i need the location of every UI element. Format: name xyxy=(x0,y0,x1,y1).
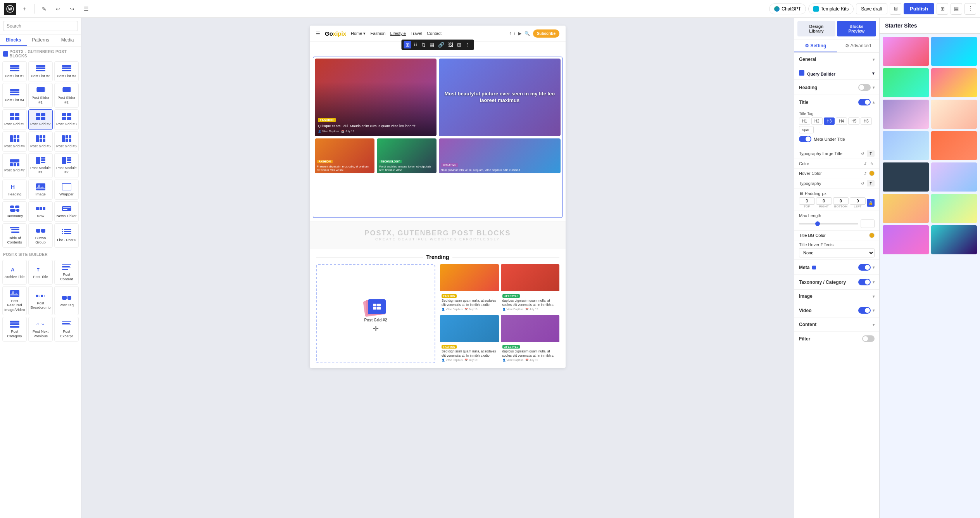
block-item-post-slider-1[interactable]: Post Slider #1 xyxy=(28,83,53,108)
block-item-post-excerpt[interactable]: Post Excerpt xyxy=(54,317,79,342)
section-filter-header[interactable]: Filter xyxy=(794,332,879,346)
block-item-post-category[interactable]: Post Category xyxy=(2,317,27,342)
padding-lock-button[interactable]: 🔒 xyxy=(867,199,875,207)
search-icon[interactable]: 🔍 xyxy=(525,31,530,36)
color-edit[interactable]: ✎ xyxy=(869,161,875,166)
block-item-archive-title[interactable]: A Archive Title xyxy=(2,260,27,285)
add-block-button[interactable]: ＋ xyxy=(19,3,30,15)
typography-large-title-reset[interactable]: ↺ xyxy=(860,151,865,156)
block-item-post-grid-7[interactable]: Post Grid #7 xyxy=(2,153,27,178)
typography-large-title-btn[interactable]: T xyxy=(867,150,875,157)
nav-lifestyle[interactable]: Lifestyle xyxy=(390,31,406,36)
sidebar-toggle-button[interactable]: ▤ xyxy=(951,3,962,15)
block-item-news-ticker[interactable]: News Ticker xyxy=(54,201,79,221)
block-item-post-grid-1[interactable]: Post Grid #1 xyxy=(2,109,27,130)
padding-right-input[interactable] xyxy=(816,197,832,205)
block-item-post-slider-2[interactable]: Post Slider #2 xyxy=(54,83,79,108)
section-video-header[interactable]: Video ▾ xyxy=(794,303,879,318)
block-item-post-grid-2[interactable]: Post Grid #2 xyxy=(28,109,53,130)
starter-thumb-5[interactable] xyxy=(883,100,929,129)
undo-button[interactable]: ↩ xyxy=(52,3,64,15)
heading-toggle[interactable] xyxy=(858,84,871,91)
starter-thumb-6[interactable] xyxy=(931,100,977,129)
block-item-row[interactable]: Row xyxy=(28,201,53,221)
tag-h4[interactable]: H4 xyxy=(836,117,847,125)
publish-button[interactable]: Publish xyxy=(904,3,934,14)
nav-menu-icon[interactable]: ☰ xyxy=(316,31,320,36)
filter-toggle[interactable] xyxy=(862,335,875,342)
twitter-icon[interactable]: t xyxy=(514,31,515,36)
hover-color-reset[interactable]: ↺ xyxy=(862,171,868,176)
section-content-header[interactable]: Content ▾ xyxy=(794,318,879,331)
facebook-icon[interactable]: f xyxy=(510,31,511,36)
drag-cursor-icon[interactable]: ✛ xyxy=(373,325,379,333)
edit-button[interactable]: ✎ xyxy=(38,3,50,15)
section-taxonomy-header[interactable]: Taxonomy / Category ▾ xyxy=(794,275,879,289)
starter-thumb-8[interactable] xyxy=(931,131,977,160)
tab-patterns[interactable]: Patterns xyxy=(27,35,54,46)
title-hover-effects-select[interactable]: None xyxy=(799,248,875,257)
block-item-post-title[interactable]: T Post Title xyxy=(28,260,53,285)
typography-edit-btn[interactable]: T xyxy=(867,180,875,186)
toolbar-drag-icon[interactable]: ⠿ xyxy=(412,41,419,48)
block-item-post-grid-5[interactable]: Post Grid #5 xyxy=(28,131,53,152)
block-item-wrapper[interactable]: Wrapper xyxy=(54,180,79,200)
subscribe-button[interactable]: Subscribe xyxy=(533,29,559,38)
starter-thumb-14[interactable] xyxy=(931,225,977,254)
block-item-post-module-1[interactable]: Post Module #1 xyxy=(28,153,53,178)
toolbar-table-icon[interactable]: ▤ xyxy=(428,41,436,48)
block-item-heading[interactable]: H Heading xyxy=(2,180,27,200)
section-heading-header[interactable]: Heading ▾ xyxy=(794,80,879,95)
starter-thumb-7[interactable] xyxy=(883,131,929,160)
tab-blocks[interactable]: Blocks xyxy=(0,35,27,46)
block-item-image[interactable]: Image xyxy=(28,180,53,200)
toolbar-grid-icon[interactable]: ⊞ xyxy=(404,41,411,48)
starter-thumb-4[interactable] xyxy=(931,68,977,97)
search-input[interactable] xyxy=(3,21,78,31)
overflow-menu-button[interactable]: ⋮ xyxy=(964,3,976,15)
block-item-post-list-1[interactable]: Post List #1 xyxy=(2,61,27,81)
template-kits-button[interactable]: Template Kits xyxy=(808,3,854,14)
save-draft-button[interactable]: Save draft xyxy=(856,3,887,14)
padding-left-input[interactable] xyxy=(850,197,866,205)
block-item-taxonomy[interactable]: Taxonomy xyxy=(2,201,27,221)
block-item-post-list-3[interactable]: Post List #3 xyxy=(54,61,79,81)
hover-color-dot[interactable] xyxy=(869,171,875,176)
starter-thumb-10[interactable] xyxy=(931,162,977,192)
block-item-post-breadcrumb[interactable]: ›› Post Breadcrumb xyxy=(28,286,53,315)
toolbar-image-icon[interactable]: 🖼 xyxy=(447,41,455,48)
design-library-button[interactable]: Design Library xyxy=(797,21,835,36)
block-item-post-list-2[interactable]: Post List #2 xyxy=(28,61,53,81)
nav-fashion[interactable]: Fashion xyxy=(370,31,385,36)
nav-contact[interactable]: Contact xyxy=(427,31,442,36)
block-item-list-postx[interactable]: List - PostX xyxy=(54,223,79,248)
block-item-post-next-previous[interactable]: ‹‹›› Post Next Previous xyxy=(28,317,53,342)
block-item-post-content[interactable]: Post Content xyxy=(54,260,79,285)
nav-travel[interactable]: Travel xyxy=(411,31,422,36)
section-image-header[interactable]: Image ▾ xyxy=(794,290,879,303)
tag-h5[interactable]: H5 xyxy=(848,117,859,125)
toolbar-grid2-icon[interactable]: ⊞ xyxy=(455,41,463,48)
block-item-post-grid-6[interactable]: Post Grid #6 xyxy=(54,131,79,152)
block-item-post-grid-4[interactable]: Post Grid #4 xyxy=(2,131,27,152)
tag-span[interactable]: span xyxy=(799,126,814,133)
screen-preview-button[interactable]: 🖥 xyxy=(890,3,901,15)
max-length-value-input[interactable] xyxy=(861,219,875,228)
more-tools-button[interactable]: ☰ xyxy=(80,3,92,15)
redo-button[interactable]: ↪ xyxy=(66,3,78,15)
tag-h6[interactable]: H6 xyxy=(861,117,872,125)
padding-top-input[interactable] xyxy=(799,197,815,205)
toolbar-more-icon[interactable]: ⋮ xyxy=(464,41,472,48)
color-reset[interactable]: ↺ xyxy=(862,161,868,166)
wordpress-logo[interactable]: W xyxy=(4,3,16,15)
title-bg-color-dot[interactable] xyxy=(869,233,875,238)
starter-thumb-9[interactable] xyxy=(883,162,929,192)
title-toggle[interactable] xyxy=(858,99,871,105)
nav-home[interactable]: Home ▾ xyxy=(351,31,366,36)
block-item-button-group[interactable]: Button Group xyxy=(28,223,53,248)
block-item-post-featured-image[interactable]: Post Featured Image/Video xyxy=(2,286,27,315)
toolbar-link-icon[interactable]: 🔗 xyxy=(437,41,446,48)
starter-thumb-13[interactable] xyxy=(883,225,929,254)
section-general-header[interactable]: General ▾ xyxy=(794,53,879,66)
tag-h2[interactable]: H2 xyxy=(811,117,823,125)
